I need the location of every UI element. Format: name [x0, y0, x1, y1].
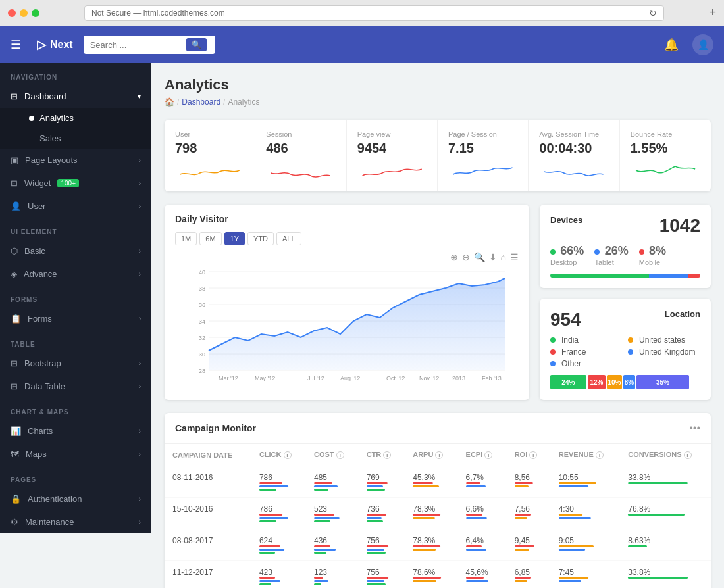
th-date: CAMPAIGN DATE [165, 444, 251, 466]
sidebar-item-widget[interactable]: ⊡ Widget 100+ › [0, 172, 151, 195]
filter-ytd[interactable]: YTD [247, 232, 274, 245]
cell-date: 15-10-2016 [165, 498, 251, 529]
search-input[interactable] [90, 40, 182, 50]
roi-info[interactable]: i [529, 451, 537, 459]
mobile-label: Mobile [639, 258, 660, 266]
mini-bar [515, 549, 529, 551]
chevron-right-icon-auth: › [139, 495, 141, 502]
sidebar-item-charts[interactable]: 📊 Charts › [0, 420, 151, 443]
url-bar[interactable]: Not Secure — html.codedthemes.com ↻ [84, 5, 664, 21]
sidebar-item-page-layouts[interactable]: ▣ Page Layouts › [0, 149, 151, 172]
mini-bar [515, 580, 527, 582]
sidebar-item-maps[interactable]: 🗺 Maps › [0, 443, 151, 466]
location-list: India United states France [550, 335, 700, 368]
mini-bar [466, 482, 481, 484]
filter-all[interactable]: ALL [276, 232, 301, 245]
chevron-right-icon: › [139, 157, 141, 164]
sidebar-item-sales[interactable]: Sales [0, 128, 151, 149]
hamburger-button[interactable]: ☰ [11, 37, 21, 52]
sidebar-item-maintenance[interactable]: ⚙ Maintenance › [0, 510, 151, 533]
sidebar-page-layouts-label: Page Layouts [25, 155, 78, 165]
download-icon[interactable]: ⬇ [489, 252, 497, 262]
zoom-in-icon[interactable]: ⊕ [450, 252, 458, 262]
logo-text: Next [50, 39, 73, 51]
search-button[interactable]: 🔍 [186, 38, 207, 51]
sidebar-item-forms[interactable]: 📋 Forms › [0, 307, 151, 330]
filter-1y[interactable]: 1Y [224, 232, 245, 245]
loc-bar-france: 12% [588, 375, 606, 389]
new-tab-button[interactable]: + [709, 6, 716, 20]
cell-conversions: 33.8% [620, 561, 711, 589]
charts-icon: 📊 [11, 426, 21, 436]
notification-bell[interactable]: 🔔 [661, 34, 682, 55]
menu-icon[interactable]: ☰ [510, 252, 519, 262]
home-chart-icon[interactable]: ⌂ [501, 252, 506, 262]
bootstrap-icon: ⊞ [11, 358, 18, 368]
user-avatar[interactable]: 👤 [692, 34, 713, 55]
zoom-out-icon[interactable]: ⊖ [462, 252, 470, 262]
filter-1m[interactable]: 1M [175, 232, 197, 245]
chevron-right-icon-charts: › [139, 428, 141, 435]
ecpi-info[interactable]: i [484, 451, 492, 459]
svg-text:38: 38 [199, 285, 205, 292]
th-roi: ROI i [507, 444, 551, 466]
dashboard-submenu: Analytics Sales [0, 108, 151, 149]
campaign-card: Campaign Monitor ••• CAMPAIGN DATE CLICK… [165, 413, 711, 588]
breadcrumb-dashboard[interactable]: Dashboard [182, 97, 220, 107]
sidebar-item-data-table[interactable]: ⊞ Data Table › [0, 375, 151, 398]
mini-bar [367, 489, 385, 491]
search-chart-icon[interactable]: 🔍 [474, 252, 485, 262]
svg-text:34: 34 [199, 318, 205, 325]
india-label: India [561, 335, 579, 345]
revenue-info[interactable]: i [596, 451, 604, 459]
sidebar-item-authentication[interactable]: 🔒 Authentication › [0, 487, 151, 510]
cell-date: 11-12-2017 [165, 561, 251, 589]
active-dot [29, 116, 34, 121]
stats-row: User 798 Session 486 Page view 9454 Page… [165, 120, 711, 191]
sidebar-item-analytics[interactable]: Analytics [0, 108, 151, 128]
tablet-pct: 26% [605, 244, 629, 257]
ctr-info[interactable]: i [383, 451, 391, 459]
sidebar-item-basic[interactable]: ⬡ Basic › [0, 239, 151, 262]
loc-bar-uk: 8% [623, 375, 635, 389]
cell-cost: 485 [306, 466, 359, 498]
minimize-dot[interactable] [20, 9, 28, 17]
stat-sparkline [539, 161, 608, 181]
th-click: CLICK i [251, 444, 306, 466]
mini-bar [259, 517, 288, 519]
conversions-info[interactable]: i [684, 451, 692, 459]
forms-icon: 📋 [11, 314, 21, 324]
mini-bar [367, 545, 389, 547]
sidebar-basic-label: Basic [24, 246, 45, 256]
stat-label: Session [266, 130, 335, 138]
cost-info[interactable]: i [336, 451, 344, 459]
forms-section-label: FORMS [0, 285, 151, 307]
click-info[interactable]: i [284, 451, 292, 459]
mini-bar [314, 520, 330, 522]
mobile-bar [688, 274, 700, 278]
maximize-dot[interactable] [32, 9, 39, 17]
sidebar-item-bootstrap[interactable]: ⊞ Bootstrap › [0, 352, 151, 375]
close-dot[interactable] [8, 9, 16, 17]
campaign-tbody: 08-11-2016 786 485 769 45,3% 6,7% 8,56 1… [165, 466, 711, 589]
svg-text:30: 30 [199, 351, 205, 358]
cell-ecpi: 45,6% [458, 561, 507, 589]
sidebar-item-advance[interactable]: ◈ Advance › [0, 262, 151, 285]
mini-bar [259, 549, 284, 551]
campaign-more-button[interactable]: ••• [689, 422, 700, 434]
filter-6m[interactable]: 6M [199, 232, 221, 245]
arpu-info[interactable]: i [435, 451, 443, 459]
page-layouts-icon: ▣ [11, 155, 18, 165]
cell-arpu: 78,3% [405, 529, 457, 561]
device-mobile: 8% Mobile [639, 244, 666, 267]
reload-icon[interactable]: ↻ [649, 8, 657, 18]
dashboard-icon: ⊞ [11, 91, 18, 101]
campaign-header: Campaign Monitor ••• [165, 413, 711, 444]
mini-bar [367, 580, 384, 582]
location-total: 954 [550, 309, 581, 330]
sidebar-item-dashboard[interactable]: ⊞ Dashboard ▾ [0, 85, 151, 108]
mini-bar [367, 549, 384, 551]
search-bar: 🔍 [84, 36, 215, 54]
breadcrumb: 🏠 / Dashboard / Analytics [165, 97, 711, 107]
sidebar-item-user[interactable]: 👤 User › [0, 195, 151, 218]
